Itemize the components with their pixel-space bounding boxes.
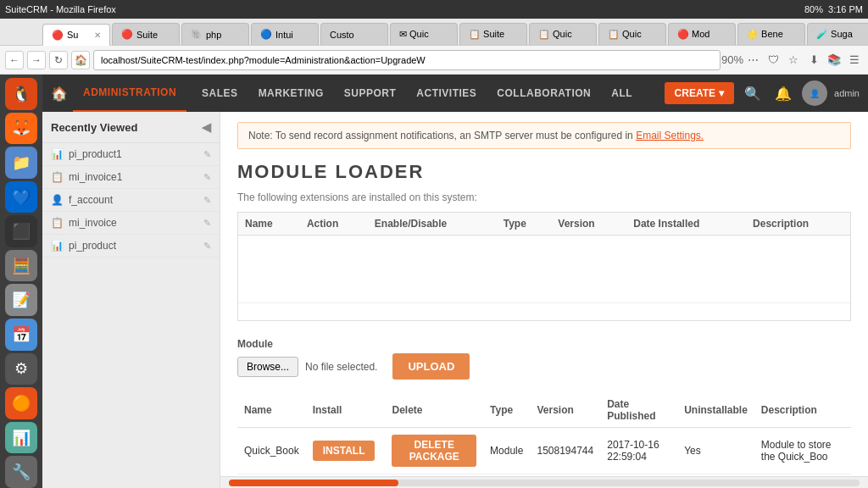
toolbar-actions: 90% ⋯ 🛡 ☆ ⬇ 📚 ☰: [724, 52, 863, 69]
pkg-col-type: Type: [483, 393, 530, 428]
tab-close-icon[interactable]: ✕: [94, 30, 101, 40]
crm-topnav-left: 🏠 ADMINISTRATION SALES MARKETING SUPPORT…: [51, 75, 643, 112]
edit-icon[interactable]: ✎: [203, 149, 211, 160]
sidebar-item-mi-invoice[interactable]: 📋 mi_invoice ✎: [42, 212, 220, 235]
tab-quic4[interactable]: 📋 Quic: [598, 23, 666, 45]
sidebar-item-marketing[interactable]: MARKETING: [248, 75, 334, 112]
calendar-icon[interactable]: 📅: [5, 319, 37, 351]
product-chart-icon: 📊: [51, 240, 64, 252]
os-title: SuiteCRM - Mozilla Firefox: [5, 4, 116, 14]
tab-bene[interactable]: 🌟 Bene: [737, 23, 805, 45]
tab-php[interactable]: 🐘 php: [181, 23, 249, 45]
star-icon[interactable]: ☆: [785, 52, 802, 69]
scrollbar-thumb: [229, 480, 398, 486]
browser-toolbar: ← → ↻ 🏠 90% ⋯ 🛡 ☆ ⬇ 📚 ☰: [0, 46, 868, 75]
calc-icon[interactable]: 🧮: [5, 250, 37, 282]
editor-icon[interactable]: 📝: [5, 284, 37, 316]
module-label: Module: [237, 338, 851, 350]
sidebar-item-activities[interactable]: ACTIVITIES: [406, 75, 487, 112]
home-button[interactable]: 🏠: [71, 51, 90, 69]
module-upload-row: Browse... No file selected. UPLOAD: [237, 353, 851, 380]
nav-item-admin[interactable]: ADMINISTRATION: [73, 75, 186, 112]
sidebar-item-label: pi_product: [69, 240, 116, 252]
files-icon[interactable]: 📁: [5, 147, 37, 179]
tab-quic1[interactable]: ✉ Quic: [390, 23, 458, 45]
sidebar-item-f-account[interactable]: 👤 f_account ✎: [42, 189, 220, 212]
pkg-date-published: 2017-10-16 22:59:04: [600, 428, 677, 474]
tab-suite[interactable]: 🔴 Suite: [112, 23, 180, 45]
tab-intui-icon: 🔵: [260, 29, 272, 40]
notifications-icon[interactable]: 🔔: [771, 81, 795, 105]
email-settings-link[interactable]: Email Settings.: [636, 130, 704, 141]
sidebar-item-label: mi_invoice1: [69, 171, 122, 183]
sidebar-item-pi-product1[interactable]: 📊 pi_product1 ✎: [42, 143, 220, 166]
tab-mod[interactable]: 🔴 Mod: [668, 23, 736, 45]
tab-label: Su: [67, 30, 78, 40]
tab-icon: 🔴: [52, 30, 64, 41]
back-button[interactable]: ←: [5, 51, 24, 69]
vscode-icon[interactable]: 💙: [5, 181, 37, 214]
firefox-icon[interactable]: 🦊: [5, 113, 37, 145]
terminal-icon[interactable]: ⬛: [5, 215, 37, 247]
edit-icon[interactable]: ✎: [203, 172, 211, 183]
sidebar-item-mi-invoice1[interactable]: 📋 mi_invoice1 ✎: [42, 166, 220, 189]
user-label[interactable]: admin: [834, 88, 860, 98]
app-gray-icon[interactable]: 🔧: [5, 456, 37, 488]
pkg-col-version: Version: [530, 393, 600, 428]
os-taskbar-left: SuiteCRM - Mozilla Firefox: [5, 4, 116, 14]
sidebar-item-label: pi_product1: [69, 148, 122, 160]
crm-sidebar: Recently Viewed ◀ 📊 pi_product1 ✎ 📋: [42, 112, 220, 488]
tab-quic3[interactable]: 📋 Quic: [529, 23, 597, 45]
scrollbar-track: [229, 480, 860, 486]
tab-intui[interactable]: 🔵 Intui: [251, 23, 319, 45]
sidebar-item-pi-product[interactable]: 📊 pi_product ✎: [42, 235, 220, 258]
app-green-icon[interactable]: 📊: [5, 422, 37, 454]
tab-active[interactable]: 🔴 Su ✕: [42, 24, 110, 46]
edit-icon[interactable]: ✎: [203, 218, 211, 229]
address-bar[interactable]: [93, 50, 721, 70]
notice-bar: Note: To send record assignment notifica…: [237, 122, 851, 149]
home-nav-icon[interactable]: 🏠: [51, 86, 68, 102]
page-title: MODULE LOADER: [237, 161, 851, 183]
collapse-sidebar-icon[interactable]: ◀: [202, 120, 211, 134]
delete-package-button[interactable]: DELETE PACKAGE: [392, 435, 476, 467]
reload-button[interactable]: ↻: [49, 51, 68, 69]
pkg-type: Module: [483, 428, 530, 474]
tab-suga[interactable]: 🧪 Suga: [807, 23, 868, 45]
browse-button[interactable]: Browse...: [237, 357, 298, 377]
search-icon[interactable]: 🔍: [741, 81, 765, 105]
menu-icon[interactable]: ☰: [846, 52, 863, 69]
tab-custom[interactable]: Custo: [320, 23, 388, 45]
tab-quic2[interactable]: 📋 Suite: [459, 23, 527, 45]
col-action: Action: [300, 213, 368, 236]
pkg-uninstallable: Yes: [677, 428, 754, 474]
browser: 🔴 Su ✕ 🔴 Suite 🐘 php 🔵 Intui Custo ✉ Qui…: [0, 19, 868, 488]
download-icon[interactable]: ⬇: [805, 52, 822, 69]
sidebar-item-all[interactable]: ALL: [601, 75, 643, 112]
app-orange-icon[interactable]: 🟠: [5, 387, 37, 419]
edit-icon[interactable]: ✎: [203, 195, 211, 206]
settings-icon[interactable]: ⚙: [5, 353, 37, 385]
upload-button[interactable]: UPLOAD: [392, 353, 470, 380]
sidebar-item-collaboration[interactable]: COLLABORATION: [487, 75, 601, 112]
sidebar-item-label: f_account: [69, 194, 113, 206]
sidebar-item-sales[interactable]: SALES: [192, 75, 248, 112]
sidebar-item-support[interactable]: SUPPORT: [334, 75, 407, 112]
recently-viewed-title: Recently Viewed: [51, 121, 137, 134]
edit-icon[interactable]: ✎: [203, 241, 211, 252]
ubuntu-icon[interactable]: 🐧: [5, 78, 37, 110]
tab-color-icon: 🔴: [121, 29, 133, 40]
os-time: 3:16 PM: [828, 4, 863, 14]
crm-main-wrapper: Note: To send record assignment notifica…: [220, 112, 868, 488]
col-enable-disable: Enable/Disable: [368, 213, 497, 236]
crm-nav-items: SALES MARKETING SUPPORT ACTIVITIES COLLA…: [192, 75, 643, 112]
create-button[interactable]: CREATE ▾: [665, 82, 734, 104]
invoice-icon: 📋: [51, 171, 64, 183]
forward-button[interactable]: →: [27, 51, 46, 69]
bookmark-icon[interactable]: ⋯: [744, 52, 761, 69]
avatar[interactable]: 👤: [802, 80, 827, 106]
bottom-scrollbar[interactable]: [220, 476, 868, 488]
install-button[interactable]: INSTALL: [313, 441, 376, 461]
crm-topnav-right: CREATE ▾ 🔍 🔔 👤 admin: [665, 80, 860, 106]
extensions-empty-row: [238, 236, 850, 303]
